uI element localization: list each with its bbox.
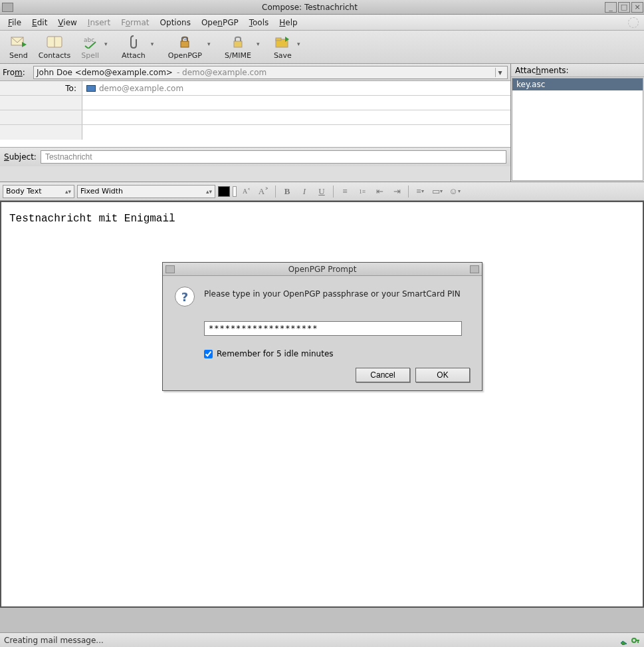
address-type[interactable]: To: <box>0 81 82 95</box>
italic-button[interactable]: I <box>297 185 312 198</box>
openpgp-button[interactable]: PGP OpenPGP <box>163 33 207 61</box>
dialog-title: OpenPGP Prompt <box>177 265 467 274</box>
attachments-panel: Attachments: key.asc <box>511 64 644 182</box>
menu-view[interactable]: View <box>53 17 82 29</box>
menu-options[interactable]: Options <box>155 17 196 29</box>
from-dropdown-icon[interactable]: ▾ <box>495 68 504 77</box>
font-combo[interactable]: Fixed Width▴▾ <box>77 185 215 198</box>
menu-edit[interactable]: Edit <box>27 17 53 29</box>
address-value[interactable]: demo@example.com <box>82 81 510 95</box>
close-button[interactable]: × <box>631 2 643 13</box>
smime-button[interactable]: S/MIME <box>219 33 257 61</box>
subject-input[interactable] <box>41 150 506 164</box>
smime-icon <box>229 34 247 50</box>
remember-checkbox[interactable] <box>204 350 213 358</box>
window-title: Compose: Testnachricht <box>15 3 604 12</box>
to-email: demo@example.com <box>99 84 183 93</box>
status-text: Creating mail message... <box>4 636 104 645</box>
outdent-button[interactable]: ⇤ <box>372 185 387 198</box>
attach-dropdown[interactable]: ▾ <box>151 41 158 47</box>
encrypt-status-icon <box>631 636 640 645</box>
send-label: Send <box>9 51 28 60</box>
attachment-item[interactable]: key.asc <box>512 78 643 90</box>
indent-button[interactable]: ⇥ <box>389 185 404 198</box>
attachments-header: Attachments: <box>511 64 644 77</box>
address-row-empty[interactable] <box>0 96 510 110</box>
bullet-list-button[interactable]: ≡ <box>338 185 352 198</box>
address-row-empty[interactable] <box>0 125 510 140</box>
address-table: To: demo@example.com <box>0 81 510 148</box>
menu-tools[interactable]: Tools <box>244 17 274 29</box>
activity-indicator-icon <box>628 17 639 28</box>
from-identity: John Doe <demo@example.com> <box>37 68 173 77</box>
smiley-button[interactable]: ☺▾ <box>447 185 462 198</box>
minimize-button[interactable]: _ <box>605 2 617 13</box>
menu-openpgp[interactable]: OpenPGP <box>196 17 244 29</box>
smime-dropdown[interactable]: ▾ <box>257 41 263 47</box>
attach-button[interactable]: Attach <box>116 33 151 61</box>
cancel-button[interactable]: Cancel <box>356 368 410 382</box>
spell-icon: abc <box>82 34 99 50</box>
svg-rect-4 <box>181 41 189 47</box>
font-value: Fixed Width <box>80 187 123 195</box>
svg-rect-6 <box>234 41 242 47</box>
contact-card-icon <box>86 85 96 92</box>
window-menu-icon[interactable] <box>2 3 13 12</box>
font-larger-button[interactable]: A˃ <box>257 185 271 198</box>
save-dropdown[interactable]: ▾ <box>297 41 304 47</box>
insert-button[interactable]: ▭▾ <box>430 185 445 198</box>
font-smaller-button[interactable]: A˂ <box>239 185 254 198</box>
window-titlebar: Compose: Testnachricht _ □ × <box>0 0 644 15</box>
bold-button[interactable]: B <box>280 185 294 198</box>
dialog-maximize-button[interactable] <box>470 265 479 273</box>
align-button[interactable]: ≡▾ <box>413 185 427 198</box>
spell-label: Spell <box>81 51 99 60</box>
from-account: - demo@example.com <box>177 68 267 77</box>
number-list-button[interactable]: 1≡ <box>355 185 370 198</box>
menu-help[interactable]: Help <box>274 17 302 29</box>
dialog-message: Please type in your OpenPGP passphrase o… <box>204 287 461 299</box>
underline-button[interactable]: U <box>314 185 329 198</box>
contacts-icon <box>46 34 63 50</box>
address-row-empty[interactable] <box>0 110 510 125</box>
address-row[interactable]: To: demo@example.com <box>0 81 510 96</box>
contacts-label: Contacts <box>39 51 71 60</box>
status-bar: Creating mail message... <box>0 632 644 647</box>
from-row: From: John Doe <demo@example.com> - demo… <box>0 64 510 81</box>
maximize-button[interactable]: □ <box>618 2 630 13</box>
bg-color-button[interactable] <box>233 186 237 197</box>
attach-icon <box>125 34 142 50</box>
spell-dropdown[interactable]: ▾ <box>104 41 111 47</box>
save-label: Save <box>274 51 292 60</box>
remember-label: Remember for 5 idle minutes <box>217 349 334 358</box>
menu-bar: File Edit View Insert Format Options Ope… <box>0 15 644 31</box>
save-button[interactable]: Save <box>268 33 297 61</box>
passphrase-input[interactable] <box>204 321 462 336</box>
remember-checkbox-row[interactable]: Remember for 5 idle minutes <box>204 349 470 358</box>
svg-text:abc: abc <box>84 37 94 43</box>
subject-label: Subject: <box>4 152 37 162</box>
ok-button[interactable]: OK <box>415 368 470 382</box>
send-icon <box>10 34 27 50</box>
menu-format: Format <box>116 17 154 29</box>
from-field[interactable]: John Doe <demo@example.com> - demo@examp… <box>33 66 508 79</box>
from-label: From: <box>3 68 33 77</box>
text-color-button[interactable] <box>218 186 230 197</box>
question-icon: ? <box>175 287 195 307</box>
menu-file[interactable]: File <box>3 17 27 29</box>
dialog-menu-icon[interactable] <box>165 265 175 273</box>
paragraph-style-combo[interactable]: Body Text▴▾ <box>3 185 74 198</box>
openpgp-dropdown[interactable]: ▾ <box>207 41 214 47</box>
contacts-button[interactable]: Contacts <box>33 33 76 61</box>
svg-rect-8 <box>276 38 281 41</box>
attachments-list[interactable]: key.asc <box>512 78 643 181</box>
openpgp-icon: PGP <box>176 34 193 50</box>
openpgp-prompt-dialog: OpenPGP Prompt ? Please type in your Ope… <box>162 262 483 391</box>
sign-status-icon <box>619 636 628 645</box>
save-icon <box>274 34 291 50</box>
openpgp-label: OpenPGP <box>168 51 202 60</box>
dialog-titlebar: OpenPGP Prompt <box>163 263 482 276</box>
send-button[interactable]: Send <box>4 33 33 61</box>
smime-label: S/MIME <box>225 51 251 60</box>
main-toolbar: Send Contacts abc Spell ▾ Attach ▾ PGP <box>0 31 644 64</box>
